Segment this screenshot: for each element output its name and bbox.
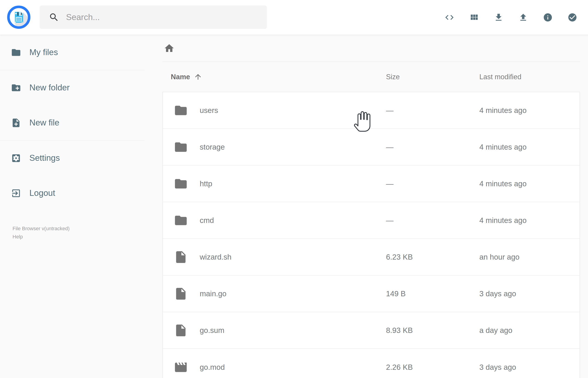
name-cell: wizard.sh	[163, 250, 386, 264]
table-row-cmd[interactable]: cmd — 4 minutes ago	[163, 202, 580, 239]
settings-icon	[11, 153, 21, 163]
file-modified: 4 minutes ago	[479, 143, 579, 151]
arrow-up-icon	[194, 73, 202, 81]
new-file-icon	[11, 118, 21, 128]
table-row-storage[interactable]: storage — 4 minutes ago	[163, 129, 580, 165]
breadcrumb-home-button[interactable]	[164, 43, 175, 54]
file-modified: 4 minutes ago	[479, 216, 579, 225]
file-name: storage	[200, 143, 225, 151]
file-size: 2.26 KB	[386, 363, 479, 372]
home-icon	[164, 43, 175, 54]
search-box	[40, 5, 267, 29]
folder-icon	[174, 140, 188, 154]
sort-by-size-header[interactable]: Size	[386, 73, 479, 81]
upload-icon	[518, 13, 528, 22]
file-name: wizard.sh	[200, 253, 231, 261]
sidebar-item-new-file[interactable]: New file	[0, 105, 144, 140]
name-cell: cmd	[163, 213, 386, 228]
search-icon	[49, 12, 59, 23]
sidebar-item-new-folder[interactable]: New folder	[0, 70, 144, 105]
name-cell: http	[163, 177, 386, 191]
table-row-users[interactable]: users — 4 minutes ago	[163, 92, 580, 129]
code-icon	[444, 13, 454, 22]
column-header-name: Name	[171, 73, 190, 81]
sidebar-item-logout[interactable]: Logout	[0, 176, 144, 211]
logout-icon	[11, 188, 21, 198]
sidebar-item-label: New file	[29, 118, 59, 128]
folder-icon	[11, 47, 21, 58]
info-button[interactable]	[543, 13, 553, 22]
download-icon	[494, 13, 504, 22]
name-cell: go.mod	[163, 360, 386, 374]
sidebar: My files New folder New file Settings Lo…	[0, 35, 144, 378]
file-name: http	[200, 179, 212, 188]
file-name: go.sum	[200, 326, 224, 335]
file-icon	[174, 323, 188, 338]
listing-column-headers: Name Size Last modified	[162, 62, 580, 92]
file-modified: a day ago	[479, 326, 579, 335]
file-listing: users — 4 minutes ago storage — 4 minute…	[162, 92, 580, 378]
table-row-main-go[interactable]: main.go 149 B 3 days ago	[163, 276, 580, 312]
name-cell: go.sum	[163, 323, 386, 338]
table-row-go-mod[interactable]: go.mod 2.26 KB 3 days ago	[163, 349, 580, 378]
app-bar	[0, 0, 588, 35]
file-modified: an hour ago	[479, 253, 579, 261]
info-icon	[543, 13, 553, 22]
check-circle-icon	[567, 13, 577, 22]
file-size: —	[386, 106, 479, 115]
file-modified: 3 days ago	[479, 363, 579, 372]
file-size: 8.93 KB	[386, 326, 479, 335]
sidebar-item-my-files[interactable]: My files	[0, 35, 144, 70]
file-browser-logo[interactable]	[7, 5, 30, 29]
file-modified: 4 minutes ago	[479, 106, 579, 115]
header-actions	[444, 0, 577, 35]
table-row-http[interactable]: http — 4 minutes ago	[163, 165, 580, 202]
file-name: main.go	[200, 289, 226, 298]
folder-icon	[174, 177, 188, 191]
file-size: —	[386, 216, 479, 225]
folder-icon	[174, 103, 188, 118]
name-cell: users	[163, 103, 386, 118]
name-cell: main.go	[163, 287, 386, 301]
sidebar-item-label: Logout	[29, 188, 55, 198]
name-cell: storage	[163, 140, 386, 154]
file-modified: 4 minutes ago	[479, 179, 579, 188]
file-listing-area: Name Size Last modified users — 4 minute…	[162, 35, 580, 378]
sidebar-footer: File Browser v(untracked) Help	[13, 225, 70, 241]
select-multiple-button[interactable]	[567, 13, 577, 22]
file-name: cmd	[200, 216, 214, 225]
folder-icon	[174, 213, 188, 228]
raw-view-button[interactable]	[444, 13, 454, 22]
file-name: go.mod	[200, 363, 225, 372]
breadcrumb	[162, 35, 580, 62]
table-row-wizard-sh[interactable]: wizard.sh 6.23 KB an hour ago	[163, 239, 580, 276]
sidebar-item-settings[interactable]: Settings	[0, 140, 144, 176]
file-size: 6.23 KB	[386, 253, 479, 261]
file-size: —	[386, 143, 479, 151]
file-modified: 3 days ago	[479, 289, 579, 298]
sidebar-item-label: Settings	[29, 153, 60, 163]
help-link[interactable]: Help	[13, 233, 70, 241]
version-text: File Browser v(untracked)	[13, 226, 70, 231]
switch-view-button[interactable]	[469, 13, 479, 22]
sidebar-item-label: My files	[29, 48, 58, 57]
floppy-disk-logo-icon	[7, 5, 30, 29]
table-row-go-sum[interactable]: go.sum 8.93 KB a day ago	[163, 312, 580, 349]
download-button[interactable]	[494, 13, 504, 22]
file-size: 149 B	[386, 289, 479, 298]
search-input[interactable]	[66, 13, 267, 22]
new-folder-icon	[11, 83, 21, 93]
movie-icon	[174, 360, 188, 374]
sidebar-item-label: New folder	[29, 83, 70, 93]
file-icon	[174, 250, 188, 264]
file-size: —	[386, 179, 479, 188]
grid-view-icon	[469, 13, 479, 22]
file-icon	[174, 287, 188, 301]
sort-by-name-header[interactable]: Name	[162, 73, 386, 81]
file-name: users	[200, 106, 218, 115]
sort-by-modified-header[interactable]: Last modified	[479, 73, 580, 81]
upload-button[interactable]	[518, 13, 528, 22]
